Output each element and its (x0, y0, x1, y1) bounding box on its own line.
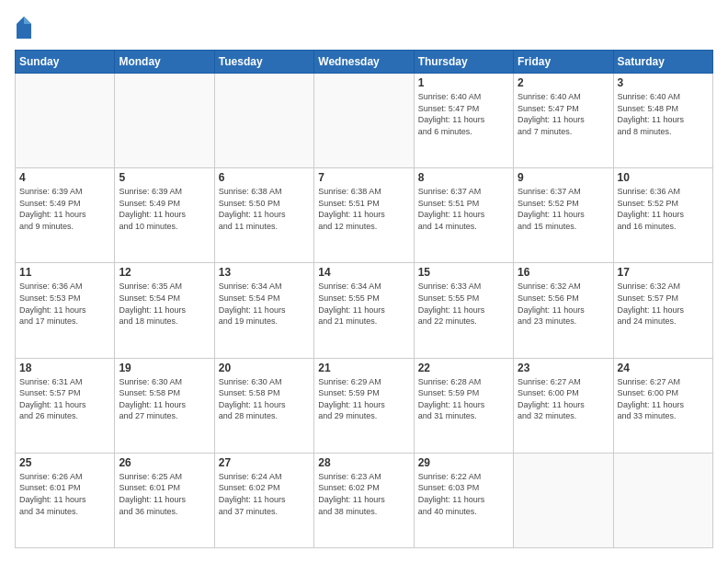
day-number: 20 (219, 362, 310, 374)
day-number: 21 (318, 362, 409, 374)
day-info: Sunrise: 6:30 AM Sunset: 5:58 PM Dayligh… (119, 376, 210, 422)
day-info: Sunrise: 6:36 AM Sunset: 5:53 PM Dayligh… (19, 281, 110, 327)
calendar-header-cell: Monday (115, 51, 214, 74)
day-number: 28 (318, 456, 409, 469)
day-number: 6 (219, 171, 310, 184)
calendar-week-row: 1Sunrise: 6:40 AM Sunset: 5:47 PM Daylig… (16, 74, 713, 168)
calendar-cell: 16Sunrise: 6:32 AM Sunset: 5:56 PM Dayli… (514, 263, 613, 358)
day-info: Sunrise: 6:37 AM Sunset: 5:51 PM Dayligh… (418, 186, 509, 232)
day-info: Sunrise: 6:39 AM Sunset: 5:49 PM Dayligh… (119, 186, 210, 232)
day-info: Sunrise: 6:23 AM Sunset: 6:02 PM Dayligh… (318, 471, 409, 517)
day-number: 23 (518, 362, 609, 374)
day-number: 29 (418, 456, 509, 469)
calendar-header-cell: Wednesday (314, 51, 414, 74)
day-info: Sunrise: 6:34 AM Sunset: 5:54 PM Dayligh… (219, 281, 310, 327)
calendar-cell (314, 74, 414, 168)
day-info: Sunrise: 6:33 AM Sunset: 5:55 PM Dayligh… (418, 281, 509, 327)
calendar-body: 1Sunrise: 6:40 AM Sunset: 5:47 PM Daylig… (16, 74, 713, 548)
day-number: 13 (219, 266, 310, 279)
calendar-cell: 6Sunrise: 6:38 AM Sunset: 5:50 PM Daylig… (214, 168, 313, 263)
day-number: 8 (418, 171, 509, 184)
day-number: 7 (318, 171, 409, 184)
calendar-cell: 23Sunrise: 6:27 AM Sunset: 6:00 PM Dayli… (514, 358, 613, 453)
day-info: Sunrise: 6:40 AM Sunset: 5:47 PM Dayligh… (518, 91, 609, 137)
day-number: 2 (518, 76, 609, 89)
day-info: Sunrise: 6:32 AM Sunset: 5:56 PM Dayligh… (518, 281, 609, 327)
calendar-week-row: 18Sunrise: 6:31 AM Sunset: 5:57 PM Dayli… (16, 358, 713, 453)
day-info: Sunrise: 6:38 AM Sunset: 5:51 PM Dayligh… (318, 186, 409, 232)
day-number: 25 (19, 456, 110, 469)
day-info: Sunrise: 6:34 AM Sunset: 5:55 PM Dayligh… (318, 281, 409, 327)
day-info: Sunrise: 6:26 AM Sunset: 6:01 PM Dayligh… (19, 471, 110, 517)
day-info: Sunrise: 6:39 AM Sunset: 5:49 PM Dayligh… (19, 186, 110, 232)
day-info: Sunrise: 6:38 AM Sunset: 5:50 PM Dayligh… (219, 186, 310, 232)
logo (15, 15, 37, 40)
calendar-cell: 8Sunrise: 6:37 AM Sunset: 5:51 PM Daylig… (414, 168, 513, 263)
day-number: 24 (618, 362, 709, 374)
calendar-header-cell: Sunday (16, 51, 115, 74)
day-number: 10 (618, 171, 709, 184)
calendar-cell: 29Sunrise: 6:22 AM Sunset: 6:03 PM Dayli… (414, 453, 513, 547)
calendar-cell: 5Sunrise: 6:39 AM Sunset: 5:49 PM Daylig… (115, 168, 214, 263)
calendar-table: SundayMondayTuesdayWednesdayThursdayFrid… (15, 50, 713, 548)
calendar-cell: 15Sunrise: 6:33 AM Sunset: 5:55 PM Dayli… (414, 263, 513, 358)
calendar-cell: 24Sunrise: 6:27 AM Sunset: 6:00 PM Dayli… (613, 358, 712, 453)
calendar-cell: 19Sunrise: 6:30 AM Sunset: 5:58 PM Dayli… (115, 358, 214, 453)
day-number: 16 (518, 266, 609, 279)
calendar-cell: 27Sunrise: 6:24 AM Sunset: 6:02 PM Dayli… (214, 453, 313, 547)
calendar-cell: 20Sunrise: 6:30 AM Sunset: 5:58 PM Dayli… (214, 358, 313, 453)
day-number: 5 (119, 171, 210, 184)
day-number: 1 (418, 76, 509, 89)
day-number: 11 (19, 266, 110, 279)
day-number: 27 (219, 456, 310, 469)
day-number: 12 (119, 266, 210, 279)
calendar-header-row: SundayMondayTuesdayWednesdayThursdayFrid… (16, 51, 713, 74)
calendar-cell: 17Sunrise: 6:32 AM Sunset: 5:57 PM Dayli… (613, 263, 712, 358)
day-info: Sunrise: 6:29 AM Sunset: 5:59 PM Dayligh… (318, 376, 409, 422)
calendar-cell (214, 74, 313, 168)
day-info: Sunrise: 6:25 AM Sunset: 6:01 PM Dayligh… (119, 471, 210, 517)
calendar-cell: 12Sunrise: 6:35 AM Sunset: 5:54 PM Dayli… (115, 263, 214, 358)
day-info: Sunrise: 6:40 AM Sunset: 5:47 PM Dayligh… (418, 91, 509, 137)
day-info: Sunrise: 6:32 AM Sunset: 5:57 PM Dayligh… (618, 281, 709, 327)
day-number: 18 (19, 362, 110, 374)
day-info: Sunrise: 6:22 AM Sunset: 6:03 PM Dayligh… (418, 471, 509, 517)
calendar-cell: 4Sunrise: 6:39 AM Sunset: 5:49 PM Daylig… (16, 168, 115, 263)
calendar-cell (613, 453, 712, 547)
day-number: 15 (418, 266, 509, 279)
calendar-cell: 2Sunrise: 6:40 AM Sunset: 5:47 PM Daylig… (514, 74, 613, 168)
day-info: Sunrise: 6:35 AM Sunset: 5:54 PM Dayligh… (119, 281, 210, 327)
calendar-cell: 10Sunrise: 6:36 AM Sunset: 5:52 PM Dayli… (613, 168, 712, 263)
calendar-cell: 14Sunrise: 6:34 AM Sunset: 5:55 PM Dayli… (314, 263, 414, 358)
day-number: 4 (19, 171, 110, 184)
calendar-cell: 1Sunrise: 6:40 AM Sunset: 5:47 PM Daylig… (414, 74, 513, 168)
page: SundayMondayTuesdayWednesdayThursdayFrid… (0, 0, 728, 563)
calendar-cell: 7Sunrise: 6:38 AM Sunset: 5:51 PM Daylig… (314, 168, 414, 263)
calendar-cell: 18Sunrise: 6:31 AM Sunset: 5:57 PM Dayli… (16, 358, 115, 453)
calendar-week-row: 4Sunrise: 6:39 AM Sunset: 5:49 PM Daylig… (16, 168, 713, 263)
calendar-cell (16, 74, 115, 168)
calendar-cell: 3Sunrise: 6:40 AM Sunset: 5:48 PM Daylig… (613, 74, 712, 168)
day-info: Sunrise: 6:24 AM Sunset: 6:02 PM Dayligh… (219, 471, 310, 517)
day-number: 14 (318, 266, 409, 279)
calendar-cell: 26Sunrise: 6:25 AM Sunset: 6:01 PM Dayli… (115, 453, 214, 547)
day-number: 19 (119, 362, 210, 374)
day-info: Sunrise: 6:36 AM Sunset: 5:52 PM Dayligh… (618, 186, 709, 232)
day-number: 22 (418, 362, 509, 374)
calendar-cell: 11Sunrise: 6:36 AM Sunset: 5:53 PM Dayli… (16, 263, 115, 358)
calendar-header-cell: Thursday (414, 51, 513, 74)
calendar-cell (115, 74, 214, 168)
day-number: 3 (618, 76, 709, 89)
svg-marker-1 (24, 17, 31, 24)
calendar-header-cell: Saturday (613, 51, 712, 74)
day-info: Sunrise: 6:27 AM Sunset: 6:00 PM Dayligh… (618, 376, 709, 422)
day-info: Sunrise: 6:40 AM Sunset: 5:48 PM Dayligh… (618, 91, 709, 137)
day-info: Sunrise: 6:37 AM Sunset: 5:52 PM Dayligh… (518, 186, 609, 232)
logo-icon (15, 15, 33, 40)
day-info: Sunrise: 6:30 AM Sunset: 5:58 PM Dayligh… (219, 376, 310, 422)
calendar-header-cell: Friday (514, 51, 613, 74)
calendar-cell: 9Sunrise: 6:37 AM Sunset: 5:52 PM Daylig… (514, 168, 613, 263)
day-number: 9 (518, 171, 609, 184)
day-number: 26 (119, 456, 210, 469)
calendar-cell: 22Sunrise: 6:28 AM Sunset: 5:59 PM Dayli… (414, 358, 513, 453)
